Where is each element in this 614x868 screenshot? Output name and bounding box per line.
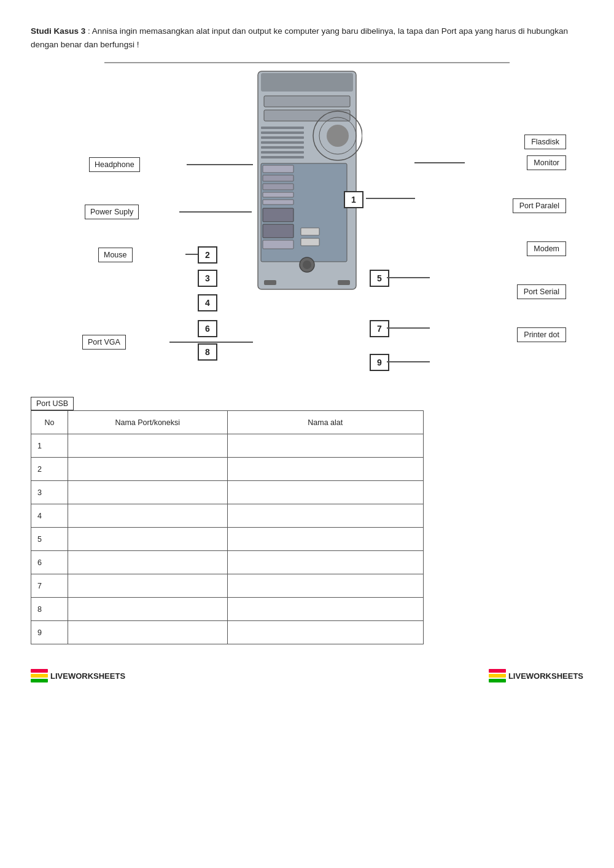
cell-port[interactable]: [68, 574, 227, 598]
cell-alat[interactable]: [227, 481, 423, 504]
cell-no: 4: [31, 504, 68, 528]
lws-logo-left: LIVEWORKSHEETS: [31, 669, 125, 682]
answer-table: No Nama Port/koneksi Nama alat 123456789: [31, 410, 424, 644]
cell-port[interactable]: [68, 504, 227, 528]
cell-port[interactable]: [68, 551, 227, 574]
svg-rect-18: [263, 192, 293, 197]
svg-rect-23: [301, 228, 319, 235]
svg-rect-21: [263, 224, 293, 238]
svg-rect-16: [263, 175, 293, 181]
col-alat: Nama alat: [227, 411, 423, 434]
cell-no: 8: [31, 598, 68, 621]
cell-no: 6: [31, 551, 68, 574]
svg-rect-24: [301, 238, 319, 246]
cell-port[interactable]: [68, 481, 227, 504]
table-row: 8: [31, 598, 424, 621]
svg-rect-17: [263, 184, 293, 190]
diag-label-modem: Modem: [527, 241, 566, 256]
cell-no: 7: [31, 574, 68, 598]
num-box-1: 1: [344, 191, 363, 208]
intro-text: : Annisa ingin memasangkan alat input da…: [31, 26, 568, 49]
top-divider: [104, 62, 510, 63]
lws-label-right: LIVEWORKSHEETS: [508, 671, 583, 681]
svg-rect-27: [264, 280, 276, 285]
svg-rect-28: [338, 280, 350, 285]
svg-rect-11: [261, 146, 304, 149]
svg-point-6: [327, 125, 349, 147]
svg-rect-7: [261, 127, 304, 129]
num-box-6: 6: [198, 320, 217, 337]
table-row: 2: [31, 458, 424, 481]
svg-rect-15: [263, 165, 293, 173]
cell-alat[interactable]: [227, 551, 423, 574]
cell-port[interactable]: [68, 434, 227, 458]
line-9-right: [387, 361, 430, 362]
svg-rect-19: [263, 200, 293, 205]
label-mouse: Mouse: [98, 248, 133, 262]
footer: LIVEWORKSHEETS LIVEWORKSHEETS: [31, 663, 583, 682]
diag-label-printer-dot: Printer dot: [517, 327, 566, 342]
line-5-right: [387, 277, 430, 278]
cell-alat[interactable]: [227, 621, 423, 644]
svg-rect-10: [261, 141, 304, 144]
line-7-right: [387, 327, 430, 329]
table-row: 3: [31, 481, 424, 504]
num-box-5: 5: [370, 270, 389, 287]
intro-paragraph: Studi Kasus 3 : Annisa ingin memasangkan…: [31, 25, 583, 51]
computer-image: [252, 68, 362, 295]
cell-port[interactable]: [68, 458, 227, 481]
table-row: 6: [31, 551, 424, 574]
lws-icon-left: [31, 669, 48, 682]
lws-label-left: LIVEWORKSHEETS: [50, 671, 125, 681]
cell-no: 3: [31, 481, 68, 504]
col-port: Nama Port/koneksi: [68, 411, 227, 434]
svg-rect-22: [263, 240, 293, 249]
cell-port[interactable]: [68, 598, 227, 621]
table-row: 4: [31, 504, 424, 528]
diag-label-monitor: Monitor: [527, 155, 566, 170]
cell-alat[interactable]: [227, 504, 423, 528]
lws-icon-right: [489, 669, 506, 682]
table-row: 1: [31, 434, 424, 458]
diag-label-flasdisk: Flasdisk: [524, 135, 566, 149]
label-port-vga: Port VGA: [82, 335, 126, 350]
svg-point-26: [303, 260, 311, 269]
cell-port[interactable]: [68, 528, 227, 551]
cell-alat[interactable]: [227, 528, 423, 551]
label-headphone: Headphone: [89, 157, 140, 172]
svg-rect-20: [263, 208, 293, 222]
diag-label-port-serial: Port Serial: [517, 284, 566, 299]
svg-rect-8: [261, 131, 304, 134]
port-usb-label: Port USB: [31, 397, 74, 410]
svg-rect-13: [261, 156, 304, 158]
table-row: 5: [31, 528, 424, 551]
svg-rect-2: [264, 96, 350, 107]
line-monitor: [414, 162, 465, 163]
cell-port[interactable]: [68, 621, 227, 644]
lws-logo-right: LIVEWORKSHEETS: [489, 669, 583, 682]
line-vga: [169, 342, 253, 343]
cell-no: 1: [31, 434, 68, 458]
port-table: No Nama Port/koneksi Nama alat 123456789: [31, 410, 424, 644]
table-row: 7: [31, 574, 424, 598]
label-power-suply: Power Suply: [85, 205, 139, 219]
num-box-7: 7: [370, 320, 389, 337]
diag-label-port-paralel: Port Paralel: [513, 198, 566, 213]
num-box-4: 4: [198, 294, 217, 311]
line-headphone: [187, 164, 253, 165]
num-box-9: 9: [370, 354, 389, 371]
table-row: 9: [31, 621, 424, 644]
cell-alat[interactable]: [227, 434, 423, 458]
line-mouse: [185, 254, 198, 255]
num-box-2: 2: [198, 246, 217, 264]
cell-alat[interactable]: [227, 598, 423, 621]
cell-no: 9: [31, 621, 68, 644]
cell-alat[interactable]: [227, 458, 423, 481]
num-box-3: 3: [198, 270, 217, 287]
col-no: No: [31, 411, 68, 434]
intro-bold: Studi Kasus 3: [31, 26, 85, 36]
cell-no: 2: [31, 458, 68, 481]
svg-rect-9: [261, 136, 304, 139]
svg-rect-12: [261, 151, 304, 154]
cell-alat[interactable]: [227, 574, 423, 598]
